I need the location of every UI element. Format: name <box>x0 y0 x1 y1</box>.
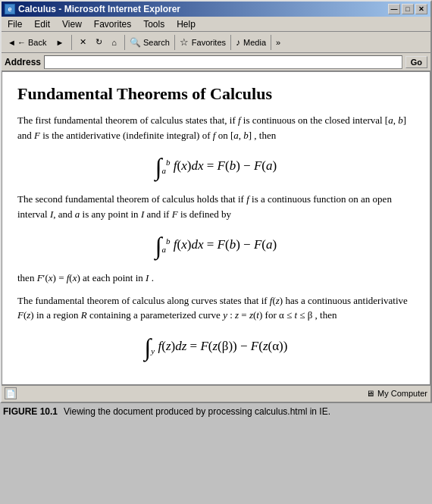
content-area: Fundamental Theorems of Calculus The fir… <box>2 71 430 385</box>
title-bar-buttons: — □ ✕ <box>388 4 427 14</box>
address-input[interactable] <box>44 55 402 69</box>
computer-label: My Computer <box>377 389 427 398</box>
paragraph-1: The first fundamental theorem of calculu… <box>17 113 415 142</box>
browser-icon: e <box>5 4 15 14</box>
toolbar: ◄ ← Back ► ✕ ↻ ⌂ 🔍 Search ☆ Favorites ♪ … <box>2 32 430 53</box>
address-bar: Address Go <box>2 53 430 71</box>
refresh-button[interactable]: ↻ <box>92 34 105 51</box>
toolbar-separator-5 <box>271 35 271 50</box>
status-left: 📄 <box>5 387 17 399</box>
favorites-label[interactable]: Favorites <box>192 38 226 47</box>
back-button[interactable]: ◄ ← Back <box>5 34 49 51</box>
search-box: 🔍 Search <box>130 37 170 48</box>
toolbar-separator-2 <box>124 35 125 50</box>
stop-icon: ✕ <box>80 37 86 47</box>
back-arrow-icon: ◄ <box>8 38 16 47</box>
paragraph-2: The second fundamental theorem of calcul… <box>17 192 415 221</box>
browser-window: e Calculus - Microsoft Internet Explorer… <box>0 0 432 403</box>
title-bar-left: e Calculus - Microsoft Internet Explorer <box>5 4 180 14</box>
status-right: 🖥 My Computer <box>366 389 427 398</box>
toolbar-separator-1 <box>71 35 72 50</box>
menu-help[interactable]: Help <box>174 18 199 30</box>
close-button[interactable]: ✕ <box>415 4 427 14</box>
media-icon: ♪ <box>236 37 240 48</box>
page-icon: 📄 <box>6 390 15 398</box>
paragraph-3: then F′(x) = f(x) at each point in I . <box>17 271 415 286</box>
home-button[interactable]: ⌂ <box>108 34 120 51</box>
menu-tools[interactable]: Tools <box>140 18 167 30</box>
paragraph-4: The fundamental theorem of calculus alon… <box>17 293 415 323</box>
caption-text: Viewing the document produced by process… <box>64 406 330 417</box>
menu-favorites[interactable]: Favorites <box>91 18 134 30</box>
star-icon: ☆ <box>180 36 189 48</box>
toolbar-separator-4 <box>230 35 231 50</box>
page-title: Fundamental Theorems of Calculus <box>17 84 415 104</box>
status-bar: 📄 🖥 My Computer <box>2 385 430 402</box>
refresh-icon: ↻ <box>95 37 102 47</box>
title-bar: e Calculus - Microsoft Internet Explorer… <box>2 2 430 17</box>
menu-view[interactable]: View <box>59 18 85 30</box>
go-button[interactable]: Go <box>405 56 427 68</box>
figure-label: FIGURE 10.1 <box>3 406 58 417</box>
window-title: Calculus - Microsoft Internet Explorer <box>18 4 180 14</box>
back-label: ← Back <box>17 38 47 47</box>
formula-1: ∫ab f(x)dx = F(b) − F(a) <box>17 153 415 181</box>
media-label[interactable]: Media <box>243 38 266 47</box>
toolbar-separator-3 <box>174 35 175 50</box>
address-label: Address <box>5 57 41 67</box>
computer-icon: 🖥 <box>366 389 374 398</box>
stop-button[interactable]: ✕ <box>77 34 89 51</box>
menu-edit[interactable]: Edit <box>31 18 53 30</box>
search-label[interactable]: Search <box>143 38 170 47</box>
menu-bar: File Edit View Favorites Tools Help <box>2 17 430 32</box>
formula-3: ∫y f(z)dz = F(z(β)) − F(z(α)) <box>17 333 415 362</box>
search-magnifier-icon: 🔍 <box>130 37 141 48</box>
forward-button[interactable]: ► <box>52 34 67 51</box>
caption-area: FIGURE 10.1 Viewing the document produce… <box>0 403 432 418</box>
forward-arrow-icon: ► <box>55 38 64 47</box>
more-icon: » <box>276 38 280 47</box>
formula-2: ∫ab f(x)dx = F(b) − F(a) <box>17 232 415 260</box>
home-icon: ⌂ <box>111 38 117 47</box>
status-indicator: 📄 <box>5 387 17 399</box>
minimize-button[interactable]: — <box>388 4 400 14</box>
menu-file[interactable]: File <box>5 18 25 30</box>
maximize-button[interactable]: □ <box>402 4 414 14</box>
